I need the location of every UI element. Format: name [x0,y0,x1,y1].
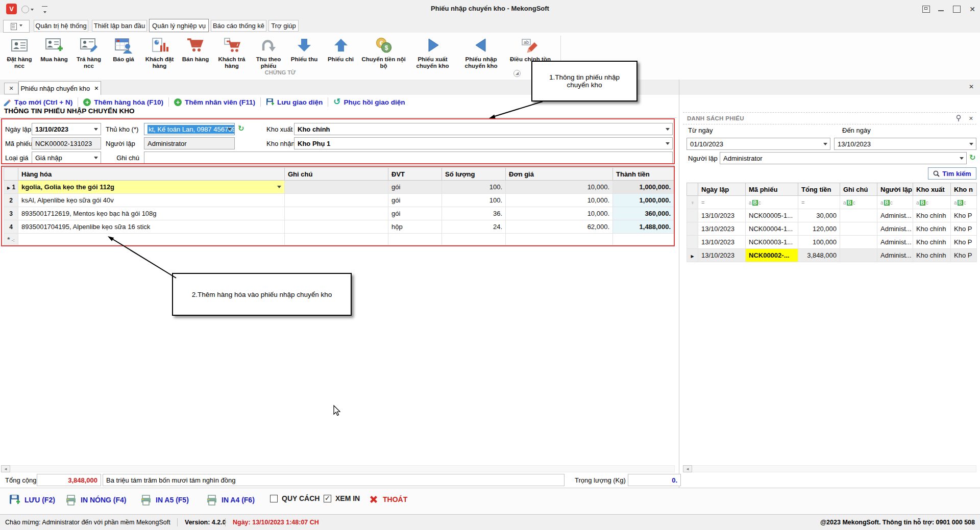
ribbon-item-khach-dat-hang[interactable]: Khách đặt hàng [141,35,178,69]
ribbon-item-khach-tra-hang[interactable]: Khách trả hàng [213,35,251,69]
cell-total[interactable]: 30,000 [798,209,840,222]
warehouse-in-combo[interactable]: Kho Phụ 1 [294,137,673,149]
cell-date[interactable]: 13/10/2023 [698,249,746,262]
filter-code[interactable]: aBc [746,196,798,209]
item-row-4[interactable]: 4 8935001704195, Alpenlibe kẹo sữa 16 st… [4,220,674,234]
cell-total[interactable]: 120,000 [798,222,840,236]
tabgroup-close-button[interactable]: ✕ [967,83,976,90]
new-button[interactable]: Tạo mới (Ctrl + N) [3,98,72,106]
cell-note[interactable] [840,222,877,236]
cell-unit[interactable] [388,234,442,245]
cell-price[interactable]: 10,000. [506,207,613,220]
cell-note[interactable] [285,207,388,220]
to-date-combo[interactable]: 13/10/2023 [834,138,976,150]
cell-qty[interactable]: 24. [442,220,506,234]
item-row-1[interactable]: ▶ 1 kgolia, Golia kẹo the gói 112g gói 1… [4,181,674,194]
print-a5-button[interactable]: IN A5 (F5) [140,494,189,506]
items-hscrollbar[interactable] [1,465,675,472]
header-ma-phieu[interactable]: Mã phiếu [746,183,798,196]
header-ghi-chu[interactable]: Ghi chú [285,168,388,181]
filter-abc-icon[interactable]: aBc [749,200,761,206]
cell-code[interactable]: NCK00005-1... [746,209,798,222]
cell-in[interactable]: Kho P [951,209,977,222]
ribbon-item-tra-hang-ncc[interactable]: Trả hàng ncc [71,35,106,69]
panel-close-icon[interactable]: ✕ [969,115,973,122]
price-type-combo[interactable]: Giá nhập [32,152,101,164]
header-don-gia[interactable]: Đơn giá [506,168,613,181]
warehouse-out-combo[interactable]: Kho chính [294,123,673,135]
cell-amount[interactable] [613,234,674,245]
cell-item-name[interactable] [18,234,285,245]
cell-code[interactable]: NCK00003-1... [746,236,798,249]
cell-date[interactable]: 13/10/2023 [698,236,746,249]
cell-out[interactable]: Kho chính [913,222,951,236]
cell-amount[interactable]: 1,000,000. [613,194,674,207]
creator-field[interactable]: Administrator [144,137,235,149]
header-kho-xuat[interactable]: Kho xuất [913,183,951,196]
ribbon-item-phieu-chi[interactable]: Phiếu chi [322,35,359,69]
maximize-icon[interactable] [953,6,961,13]
filter-in[interactable]: aBc [951,196,977,209]
fit-screen-icon[interactable] [922,6,930,13]
cell-note[interactable] [840,249,877,262]
checkbox-unchecked-icon[interactable] [270,495,278,502]
ribbon-item-thu-theo-phieu[interactable]: Thu theo phiếu [251,35,286,69]
header-ghi-chu[interactable]: Ghi chú [840,183,877,196]
from-date-combo[interactable]: 01/10/2023 [687,138,830,150]
cell-creator[interactable]: Administ... [877,209,913,222]
save-layout-button[interactable]: Lưu giao diện [266,98,323,106]
header-thanh-tien[interactable]: Thành tiền [613,168,674,181]
cell-unit[interactable]: gói [388,207,442,220]
ribbon-item-chuyen-tien-noi-bo[interactable]: €$ Chuyển tiền nội bộ [359,35,408,69]
menu-tab-bao-cao-thong-ke[interactable]: Báo cáo thống kê [211,20,266,32]
cell-price[interactable] [506,234,613,245]
cell-out[interactable]: Kho chính [913,236,951,249]
search-button[interactable]: Tìm kiếm [928,167,976,180]
date-combo[interactable]: 13/10/2023 [32,123,101,135]
cell-price[interactable]: 10,000. [506,181,613,194]
scroll-left-icon[interactable]: ◂ [683,465,692,472]
minimize-icon[interactable] [938,6,945,12]
cell-total[interactable]: 3,848,000 [798,249,840,262]
cell-price[interactable]: 10,000. [506,194,613,207]
checkbox-checked-icon[interactable]: ✓ [324,495,331,502]
panel-splitter[interactable] [679,80,679,488]
filter-row[interactable]: ♀ = aBc = aBc aBc aBc aBc [687,196,977,209]
ribbon-item-phieu-thu[interactable]: Phiếu thu [286,35,322,69]
receipt-row-2[interactable]: 13/10/2023 NCK00004-1... 120,000 Adminis… [687,222,977,236]
ribbon-item-phieu-xuat-chuyen-kho[interactable]: Phiếu xuất chuyển kho [408,35,457,69]
header-hang-hoa[interactable]: Hàng hóa [18,168,285,181]
cell-qty[interactable]: 100. [442,181,506,194]
ribbon-item-bao-gia[interactable]: Báo giá [106,35,141,69]
cell-amount[interactable]: 1,488,000. [613,220,674,234]
tab-close-icon[interactable]: ✕ [94,85,99,92]
cell-note[interactable] [840,236,877,249]
cell-in[interactable]: Kho P [951,236,977,249]
menu-tab-quan-ly-nghiep-vu[interactable]: Quản lý nghiệp vụ [149,19,209,32]
cell-creator[interactable]: Administ... [877,249,913,262]
header-so-luong[interactable]: Số lượng [442,168,506,181]
receipt-row-1[interactable]: 13/10/2023 NCK00005-1... 30,000 Administ… [687,209,977,222]
exit-button[interactable]: THOÁT [369,494,407,504]
filter-creator[interactable]: aBc [877,196,913,209]
cell-note[interactable] [285,220,388,234]
spec-checkbox[interactable]: QUY CÁCH [270,494,320,502]
cell-price[interactable]: 62,000. [506,220,613,234]
cell-item-name[interactable]: 8935001712619, Mentos kẹo bạc hà gói 108… [18,207,285,220]
scroll-left-icon[interactable]: ◂ [1,465,10,472]
filter-abc-icon[interactable]: aBc [916,200,928,206]
menu-tab-quan-tri-he-thong[interactable]: Quản trị hệ thống [34,20,88,32]
cell-in[interactable]: Kho P [951,249,977,262]
new-item-row[interactable]: * -: [4,234,674,245]
filter-total[interactable]: = [798,196,840,209]
add-employee-button[interactable]: + Thêm nhân viên (F11) [174,98,255,106]
header-ngay-lap[interactable]: Ngày lập [698,183,746,196]
print-hot-button[interactable]: IN NÓNG (F4) [65,494,126,506]
panel-hscrollbar[interactable] [683,465,976,472]
close-icon[interactable]: ✕ [969,6,976,12]
cell-creator[interactable]: Administ... [877,236,913,249]
refresh-icon[interactable]: ↻ [238,124,244,133]
menu-tab-thiet-lap-ban-dau[interactable]: Thiết lập ban đầu [92,20,147,32]
cell-date[interactable]: 13/10/2023 [698,209,746,222]
cell-qty[interactable]: 36. [442,207,506,220]
